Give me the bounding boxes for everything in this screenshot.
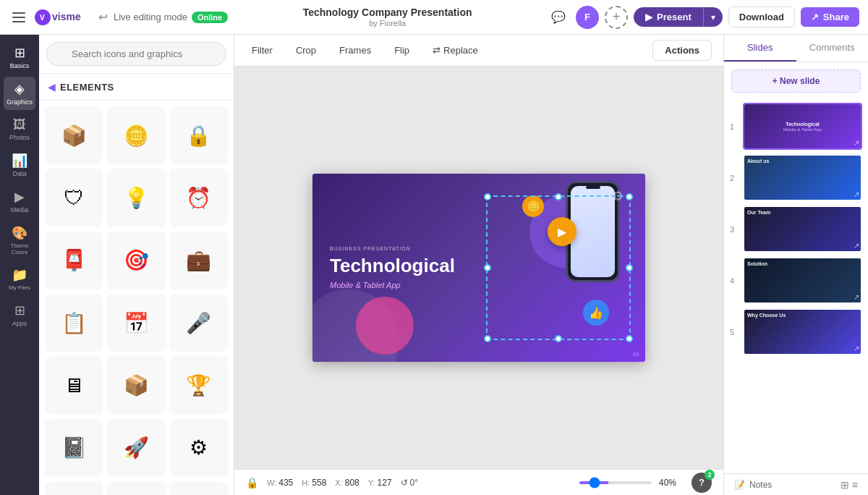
slides-list: 1 TechnologicalMobile & Tablet App ↗ 2 A… <box>724 100 868 473</box>
icon-cell[interactable]: 💼 <box>170 232 228 289</box>
icon-cell[interactable]: ⏰ <box>170 169 228 227</box>
present-dropdown-btn[interactable]: ▾ <box>703 7 723 27</box>
icon-cell[interactable]: ⚙ <box>170 419 228 477</box>
undo-icon[interactable]: ↩ <box>98 10 108 24</box>
slide-preview-1[interactable]: TechnologicalMobile & Tablet App ↗ <box>743 103 862 150</box>
slide-thumb-2[interactable]: 2 About us ↗ <box>730 154 862 201</box>
panel-scroll[interactable]: 📦🪙🔒🛡💡⏰📮🎯💼📋📅🎤🖥📦🏆📓🚀⚙📣📦☁🗺⏱⏳💻🔑🗺📱💰🔦 <box>39 101 234 495</box>
slide-thumb-up: 👍 <box>583 300 609 326</box>
icon-cell[interactable]: 🔒 <box>170 106 228 164</box>
comment-icon-btn[interactable]: 💬 <box>547 6 570 29</box>
slide-preview-3[interactable]: Our Team ↗ <box>743 206 862 253</box>
share-button[interactable]: ↗ Share <box>801 7 859 27</box>
crop-button[interactable]: Crop <box>290 42 322 59</box>
canvas-area: BUSINESS PRESENTATION Technological Mobi… <box>234 67 723 495</box>
icon-cell[interactable]: 📋 <box>45 294 103 352</box>
svg-rect-2 <box>12 21 25 22</box>
filter-button[interactable]: Filter <box>246 42 278 59</box>
slide-preview-5[interactable]: Why Choose Us ↗ <box>743 308 862 355</box>
slide-thumb-4[interactable]: 4 Solution ↗ <box>730 257 862 304</box>
sidebar-item-theme-colors[interactable]: 🎨 Theme Colors <box>4 221 35 260</box>
online-badge: Online <box>192 12 228 23</box>
icon-cell[interactable]: 🏆 <box>170 356 228 414</box>
slide-preview-2[interactable]: About us ↗ <box>743 154 862 201</box>
slide-thumb-3[interactable]: 3 Our Team ↗ <box>730 206 862 253</box>
svg-rect-0 <box>12 12 25 14</box>
help-button[interactable]: ? 2 <box>692 473 712 493</box>
slide-play-icon: ▶ <box>548 217 576 246</box>
notes-label[interactable]: Notes <box>749 480 772 490</box>
topbar-center: Technology Company Presentation by Fiore… <box>234 7 541 28</box>
replace-button[interactable]: ⇄ Replace <box>427 42 484 59</box>
lock-icon[interactable]: 🔒 <box>246 477 258 488</box>
slide-num-5: 5 <box>730 308 739 355</box>
actions-button[interactable]: Actions <box>652 40 712 61</box>
slide-export-icon-4: ↗ <box>854 293 859 301</box>
panel-back-btn[interactable]: ◀ <box>48 81 56 93</box>
sidebar-item-basics[interactable]: ⊞ Basics <box>4 41 35 74</box>
icon-cell[interactable]: 💡 <box>107 169 165 227</box>
panel-search: 🔍 <box>39 35 234 74</box>
list-view-btn[interactable]: ≡ <box>852 479 858 491</box>
slide-num-1: 1 <box>730 103 739 150</box>
icon-grid: 📦🪙🔒🛡💡⏰📮🎯💼📋📅🎤🖥📦🏆📓🚀⚙📣📦☁🗺⏱⏳💻🔑🗺📱💰🔦 <box>45 106 228 495</box>
panel-header: ◀ ELEMENTS <box>39 74 234 101</box>
panel-title: ELEMENTS <box>60 82 114 93</box>
sidebar-item-data[interactable]: 📊 Data <box>4 148 35 182</box>
icon-cell[interactable]: 📦 <box>45 106 103 164</box>
play-icon: ▶ <box>645 12 652 22</box>
tab-comments[interactable]: Comments <box>796 35 869 62</box>
slide-thumb-5[interactable]: 5 Why Choose Us ↗ <box>730 308 862 355</box>
slide-preview-4[interactable]: Solution ↗ <box>743 257 862 304</box>
avatar-btn[interactable]: F <box>576 6 599 29</box>
tab-slides[interactable]: Slides <box>724 35 796 62</box>
sidebar-item-media[interactable]: ▶ Media <box>4 185 35 218</box>
slide-thumb-1[interactable]: 1 TechnologicalMobile & Tablet App ↗ <box>730 103 862 150</box>
zoom-slider[interactable] <box>579 481 652 484</box>
sidebar-item-graphics[interactable]: ◈ Graphics <box>4 77 35 110</box>
slide-label: BUSINESS PRESENTATION <box>330 246 455 251</box>
grid-view-btn[interactable]: ⊞ <box>841 479 849 491</box>
tabs-row: Slides Comments <box>724 35 868 62</box>
icon-cell[interactable]: 🎤 <box>170 294 228 352</box>
svg-text:V: V <box>40 14 45 22</box>
rotation-field[interactable]: ↺ 0° <box>401 478 418 488</box>
icon-cell[interactable]: 📦 <box>107 356 165 414</box>
slide-export-icon-5: ↗ <box>854 344 859 352</box>
icon-cell[interactable]: 🎯 <box>107 232 165 289</box>
icon-cell[interactable]: 📓 <box>45 419 103 477</box>
icon-cell[interactable]: 🛡 <box>45 169 103 227</box>
icon-cell[interactable]: 🚀 <box>107 419 165 477</box>
slide-export-icon-3: ↗ <box>854 242 859 250</box>
menu-icon[interactable] <box>9 7 29 28</box>
new-slide-button[interactable]: + New slide <box>731 69 861 93</box>
present-button[interactable]: ▶ Present <box>634 7 703 27</box>
search-input[interactable] <box>46 42 226 66</box>
icon-cell[interactable]: 📦 <box>107 481 165 495</box>
slide-number: 01 <box>633 351 639 358</box>
sidebar-item-photos[interactable]: 🖼 Photos <box>4 113 35 145</box>
basics-icon: ⊞ <box>14 45 25 61</box>
canvas-wrap[interactable]: BUSINESS PRESENTATION Technological Mobi… <box>234 67 723 469</box>
icon-cell[interactable]: 📮 <box>45 232 103 289</box>
elements-panel: 🔍 ◀ ELEMENTS 📦🪙🔒🛡💡⏰📮🎯💼📋📅🎤🖥📦🏆📓🚀⚙📣📦☁🗺⏱⏳💻🔑🗺… <box>39 35 234 495</box>
flip-button[interactable]: Flip <box>388 42 415 59</box>
zoom-value: 40% <box>659 478 684 488</box>
replace-icon: ⇄ <box>433 45 441 56</box>
slide-title: Technological <box>330 255 455 276</box>
frames-button[interactable]: Frames <box>333 42 377 59</box>
slide-num-4: 4 <box>730 257 739 304</box>
icon-cell[interactable]: ☁ <box>170 481 228 495</box>
add-collaborator-btn[interactable]: + <box>605 6 628 29</box>
icon-cell[interactable]: 📣 <box>45 481 103 495</box>
slide-canvas: BUSINESS PRESENTATION Technological Mobi… <box>312 174 645 362</box>
icon-cell[interactable]: 🖥 <box>45 356 103 414</box>
notes-icon: 📝 <box>734 480 745 490</box>
icon-cell[interactable]: 🪙 <box>107 106 165 164</box>
sidebar-item-apps[interactable]: ⊞ Apps <box>4 298 35 331</box>
download-button[interactable]: Download <box>728 7 795 28</box>
help-badge: 2 <box>705 470 715 480</box>
share-icon: ↗ <box>811 12 819 22</box>
icon-cell[interactable]: 📅 <box>107 294 165 352</box>
sidebar-item-my-files[interactable]: 📁 My Files <box>4 263 35 295</box>
